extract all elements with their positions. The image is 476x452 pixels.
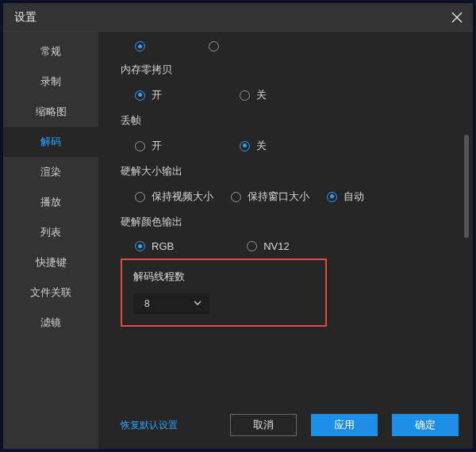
section-title-zero-copy: 内存零拷贝 (121, 63, 447, 77)
radio-color-nv12[interactable]: NV12 (247, 240, 290, 252)
radio-drop-frame-off[interactable]: 关 (240, 139, 267, 153)
apply-button[interactable]: 应用 (311, 414, 378, 436)
sidebar-item-playback[interactable]: 播放 (3, 187, 98, 217)
radio-icon[interactable] (209, 41, 219, 52)
sidebar-item-decode[interactable]: 解码 (3, 127, 98, 157)
radio-size-video[interactable]: 保持视频大小 (135, 190, 213, 204)
radio-label: RGB (152, 240, 174, 252)
radio-icon (135, 192, 145, 202)
radio-label: 开 (152, 88, 162, 102)
sidebar-item-label: 文件关联 (30, 285, 71, 300)
highlight-annotation: 解码线程数 8 (121, 259, 327, 327)
radio-label: 关 (256, 139, 267, 153)
sidebar-item-render[interactable]: 渲染 (3, 157, 98, 187)
content-area: 内存零拷贝 开 关 丢帧 开 关 硬解大小输出 保持视频大小 保持窗口大小 自 (98, 32, 473, 449)
radio-label: 保持窗口大小 (248, 190, 309, 204)
sidebar-item-general[interactable]: 常规 (3, 36, 98, 67)
sidebar-item-file-assoc[interactable]: 文件关联 (3, 278, 98, 308)
close-icon[interactable] (449, 10, 465, 25)
sidebar-item-label: 录制 (40, 75, 61, 89)
sidebar-item-label: 渲染 (40, 165, 61, 179)
scrollbar-thumb[interactable] (464, 135, 469, 238)
radio-zero-copy-on[interactable]: 开 (135, 88, 162, 102)
threads-select[interactable]: 8 (133, 293, 209, 314)
ok-button[interactable]: 确定 (392, 414, 459, 436)
radio-icon (247, 241, 257, 251)
restore-defaults-link[interactable]: 恢复默认设置 (121, 419, 178, 432)
radio-zero-copy-off[interactable]: 关 (240, 88, 267, 102)
radio-icon (327, 192, 337, 202)
radio-size-auto[interactable]: 自动 (327, 190, 364, 204)
footer: 恢复默认设置 取消 应用 确定 (98, 401, 473, 449)
sidebar-item-label: 播放 (40, 195, 61, 209)
button-label: 确定 (415, 418, 436, 432)
button-label: 取消 (253, 418, 274, 432)
sidebar-item-label: 滤镜 (40, 316, 61, 330)
radio-label: 关 (256, 88, 267, 102)
sidebar-item-list[interactable]: 列表 (3, 217, 98, 247)
radio-icon (135, 141, 145, 151)
titlebar: 设置 (3, 3, 473, 32)
sidebar-item-record[interactable]: 录制 (3, 67, 98, 97)
section-title-threads: 解码线程数 (133, 270, 314, 284)
button-label: 应用 (334, 418, 355, 432)
section-title-size-output: 硬解大小输出 (121, 164, 447, 178)
sidebar-item-shortcut[interactable]: 快捷键 (3, 247, 98, 278)
section-title-color-output: 硬解颜色输出 (121, 215, 447, 229)
radio-color-rgb[interactable]: RGB (135, 240, 174, 252)
partial-setting-row (121, 41, 447, 52)
radio-label: 开 (152, 139, 162, 153)
select-value: 8 (144, 298, 150, 309)
radio-label: 保持视频大小 (152, 190, 213, 204)
cancel-button[interactable]: 取消 (230, 414, 297, 436)
chevron-down-icon (194, 298, 202, 309)
radio-drop-frame-on[interactable]: 开 (135, 139, 162, 153)
radio-label: 自动 (344, 190, 364, 204)
radio-size-window[interactable]: 保持窗口大小 (231, 190, 309, 204)
sidebar-item-filter[interactable]: 滤镜 (3, 308, 98, 338)
sidebar-item-label: 缩略图 (36, 105, 67, 119)
radio-icon (240, 141, 250, 151)
radio-icon[interactable] (135, 41, 145, 52)
radio-icon (135, 90, 145, 101)
sidebar-item-label: 解码 (40, 135, 61, 149)
radio-icon (135, 241, 145, 251)
dialog-title: 设置 (14, 10, 36, 25)
sidebar-item-label: 常规 (40, 44, 61, 59)
settings-dialog: 设置 常规 录制 缩略图 解码 渲染 播放 列表 快捷键 文件关联 滤镜 (3, 3, 473, 449)
radio-icon (231, 192, 241, 202)
sidebar: 常规 录制 缩略图 解码 渲染 播放 列表 快捷键 文件关联 滤镜 (3, 32, 98, 449)
radio-label: NV12 (263, 240, 290, 252)
sidebar-item-label: 快捷键 (36, 255, 67, 270)
sidebar-item-label: 列表 (40, 225, 61, 239)
sidebar-item-thumbnail[interactable]: 缩略图 (3, 97, 98, 127)
section-title-drop-frame: 丢帧 (121, 113, 447, 128)
radio-icon (240, 90, 250, 101)
